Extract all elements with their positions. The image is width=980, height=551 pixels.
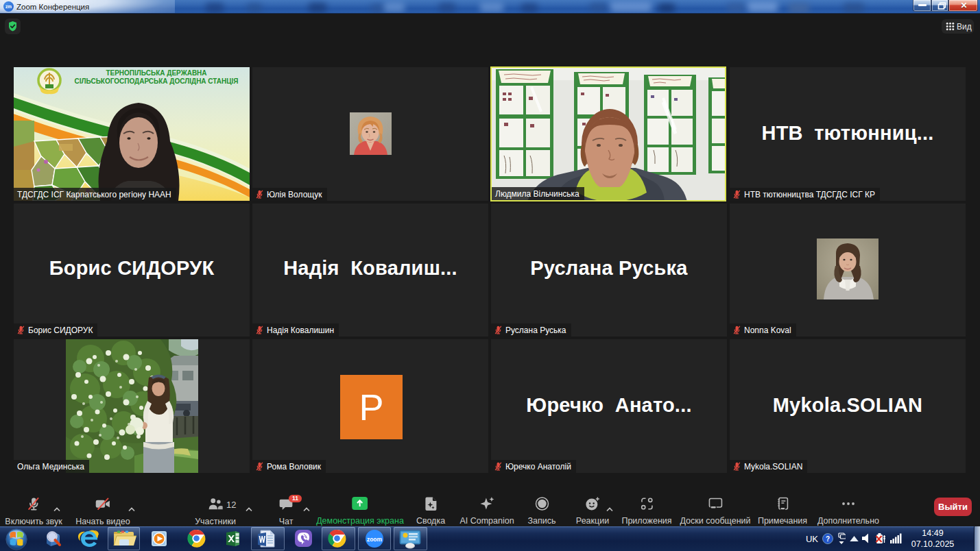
svg-text:zoom: zoom: [367, 536, 383, 543]
svg-text:ТЕРНОПІЛЬСЬКА ДЕРЖАВНА: ТЕРНОПІЛЬСЬКА ДЕРЖАВНА: [106, 69, 206, 77]
svg-text:СІЛЬСЬКОГОСПОДАРСЬКА ДОСЛІДНА: СІЛЬСЬКОГОСПОДАРСЬКА ДОСЛІДНА СТАНЦІЯ: [74, 77, 238, 85]
svg-text:?: ?: [826, 535, 830, 543]
